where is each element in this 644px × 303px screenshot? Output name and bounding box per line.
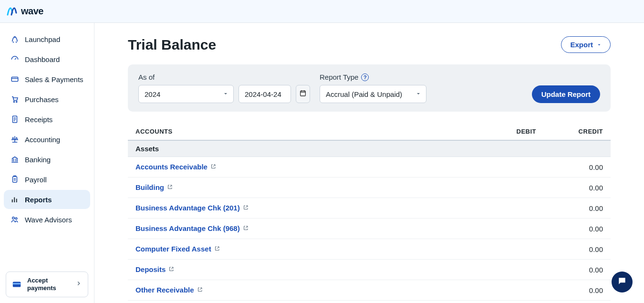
svg-point-1 [13,101,14,102]
svg-point-5 [12,217,15,219]
external-link-icon [243,204,249,212]
report-type-value: Accrual (Paid & Unpaid) [326,90,402,98]
svg-point-6 [15,218,17,219]
as-of-date-value: 2024-04-24 [245,90,281,98]
sidebar-item-label: Sales & Payments [25,75,83,84]
credit-cell: 0.00 [536,163,603,171]
trial-balance-table: ACCOUNTS DEBIT CREDIT Assets Accounts Re… [128,123,611,301]
sidebar-item-label: Launchpad [25,35,60,43]
page-header: Trial Balance Export [128,36,611,53]
table-row: Computer Fixed Asset 0.00 [128,239,611,260]
receipt-icon [10,115,19,124]
export-button[interactable]: Export [561,36,611,53]
sidebar-item-payroll[interactable]: Payroll [4,170,90,189]
table-row: Business Advantage Chk (201) 0.00 [128,198,611,219]
account-link[interactable]: Business Advantage Chk (201) [135,204,249,212]
sidebar-item-banking[interactable]: Banking [4,150,90,169]
gauge-icon [10,55,19,63]
account-link[interactable]: Building [135,183,173,191]
topbar: wave [0,0,644,23]
chat-fab[interactable] [612,272,633,293]
sidebar-item-label: Purchases [25,95,59,104]
sidebar-item-purchases[interactable]: Purchases [4,90,90,109]
brand-name: wave [21,6,43,17]
table-header-row: ACCOUNTS DEBIT CREDIT [128,123,611,141]
svg-point-2 [16,101,17,102]
help-icon[interactable]: ? [361,73,369,81]
card-icon [10,75,19,84]
as-of-field: As of 2024 2024-04-24 [138,73,310,103]
sidebar-item-label: Dashboard [25,55,60,63]
svg-rect-0 [11,77,18,82]
page-title: Trial Balance [128,37,216,53]
caret-down-icon [223,90,229,98]
report-type-select[interactable]: Accrual (Paid & Unpaid) [320,85,426,103]
credit-cell: 0.00 [536,286,603,294]
table-row: Deposits 0.00 [128,260,611,280]
table-row: Building 0.00 [128,178,611,198]
sidebar-item-launchpad[interactable]: Launchpad [4,30,90,49]
col-debit: DEBIT [469,128,536,135]
calendar-button[interactable] [296,85,310,103]
rocket-icon [10,35,19,43]
sidebar-item-receipts[interactable]: Receipts [4,110,90,129]
sidebar-item-label: Wave Advisors [25,216,72,224]
export-label: Export [570,41,593,49]
sidebar-item-reports[interactable]: Reports [4,190,90,209]
credit-cell: 0.00 [536,266,603,274]
svg-rect-8 [13,283,21,284]
accept-payments-promo[interactable]: Acceptpayments [6,272,88,298]
chevron-right-icon [75,280,82,289]
credit-cell: 0.00 [536,225,603,233]
filter-bar: As of 2024 2024-04-24 Report Typ [128,64,611,112]
account-link[interactable]: Other Receivable [135,286,203,294]
external-link-icon [168,265,174,273]
table-row: Business Advantage Chk (968) 0.00 [128,219,611,239]
people-icon [10,215,19,224]
sidebar-item-label: Receipts [25,115,52,124]
chat-icon [617,276,627,288]
sidebar-item-label: Payroll [25,176,47,184]
promo-text: Acceptpayments [27,277,71,293]
update-report-button[interactable]: Update Report [532,85,600,103]
sidebar-footer: Acceptpayments [0,266,94,303]
sidebar-item-label: Reports [25,196,52,204]
account-link[interactable]: Deposits [135,265,174,273]
sidebar-item-dashboard[interactable]: Dashboard [4,50,90,69]
brand-logo[interactable]: wave [7,6,43,17]
table-row: Accounts Receivable 0.00 [128,157,611,178]
table-row: Other Receivable 0.00 [128,280,611,301]
as-of-year-select[interactable]: 2024 [138,85,234,103]
external-link-icon [210,163,216,171]
sidebar-item-accounting[interactable]: Accounting [4,130,90,149]
sidebar-item-label: Banking [25,156,51,164]
svg-rect-9 [301,91,306,96]
sidebar-item-label: Accounting [25,136,60,144]
scale-icon [10,135,19,144]
credit-cell: 0.00 [536,204,603,212]
col-accounts: ACCOUNTS [135,128,469,135]
as-of-label: As of [138,73,310,81]
credit-cell: 0.00 [536,245,603,253]
sidebar-item-advisors[interactable]: Wave Advisors [4,210,90,229]
account-link[interactable]: Computer Fixed Asset [135,245,220,253]
external-link-icon [197,286,203,294]
col-credit: CREDIT [536,128,603,135]
main-content: Trial Balance Export As of 2024 2024-04-… [94,23,644,303]
cart-icon [10,95,19,104]
section-assets: Assets [128,141,611,157]
svg-rect-4 [13,177,17,182]
calendar-icon [299,89,307,99]
sidebar-item-sales[interactable]: Sales & Payments [4,70,90,89]
external-link-icon [243,224,249,232]
account-link[interactable]: Business Advantage Chk (968) [135,224,249,232]
bank-icon [10,155,19,164]
credit-cell: 0.00 [536,184,603,192]
as-of-date-input[interactable]: 2024-04-24 [239,85,291,103]
caret-down-icon [415,90,421,98]
clipboard-icon [10,175,19,184]
account-link[interactable]: Accounts Receivable [135,163,216,171]
credit-card-icon [12,279,22,290]
external-link-icon [167,183,173,191]
report-type-field: Report Type ? Accrual (Paid & Unpaid) [320,73,426,103]
